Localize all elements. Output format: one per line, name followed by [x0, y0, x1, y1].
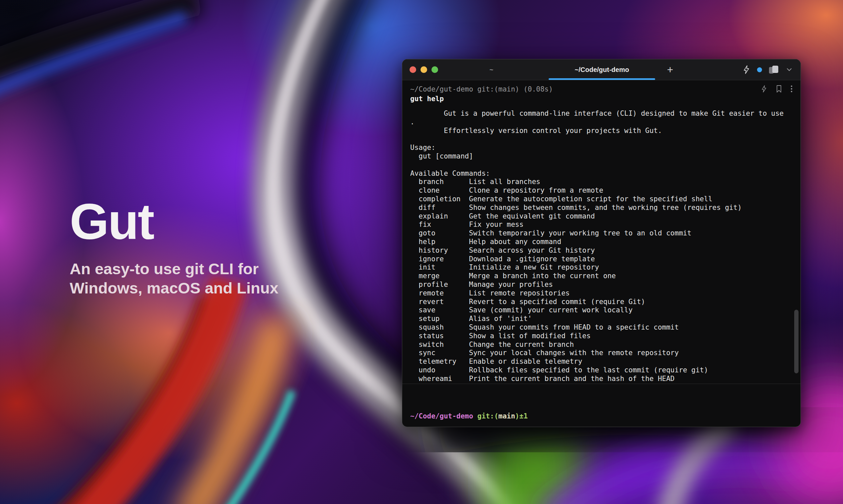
new-tab-button[interactable]: + — [663, 59, 678, 80]
command-row: fixFix your mess — [410, 220, 793, 229]
kebab-menu-icon[interactable] — [791, 85, 793, 93]
output-line: Effortlessly version control your projec… — [410, 127, 793, 135]
command-row: helpHelp about any command — [410, 238, 793, 246]
terminal-window: ~ ~/Code/gut-demo + ~/Code/gut-demo git:… — [402, 59, 801, 427]
command-row: initInitialize a new Git repository — [410, 263, 793, 272]
command-name: save — [418, 306, 469, 315]
scrollbar-thumb[interactable] — [794, 310, 798, 373]
command-description: Alias of 'init' — [469, 315, 532, 323]
command-description: List remote repositories — [469, 289, 569, 298]
commands-label: Available Commands: — [410, 169, 793, 178]
command-row: explainGet the equivalent git command — [410, 212, 793, 221]
block-context: ~/Code/gut-demo git:(main) (0.08s) — [410, 85, 793, 93]
command-name: sync — [418, 349, 469, 357]
command-name: history — [418, 246, 469, 255]
command-row: mergeMerge a branch into the current one — [410, 272, 793, 281]
command-description: Clone a repository from a remote — [469, 186, 603, 195]
command-description: Print the current branch and the hash of… — [469, 375, 675, 383]
command-name: revert — [418, 298, 469, 306]
command-row: switchChange the current branch — [410, 341, 793, 349]
hero-title: Gut — [70, 196, 355, 247]
output-line: . — [410, 118, 793, 127]
command-description: Change the current branch — [469, 341, 574, 349]
command-name: telemetry — [418, 357, 469, 366]
command-row: gotoSwitch temporarily your working tree… — [410, 229, 793, 238]
intro-lines: Gut is a powerful command-line interface… — [410, 109, 793, 135]
command-row: branchList all branches — [410, 178, 793, 186]
command-name: squash — [418, 323, 469, 332]
command-output: Gut is a powerful command-line interface… — [402, 107, 801, 384]
command-row: profileManage your profiles — [410, 281, 793, 289]
command-name: clone — [418, 186, 469, 195]
prompt-block[interactable]: ~/Code/gut-demo git:(main)±1 — [402, 384, 801, 427]
lightning-icon[interactable] — [742, 65, 751, 74]
command-name: merge — [418, 272, 469, 281]
command-description: Get the equivalent git command — [469, 212, 595, 221]
command-row: squashSquash your commits from HEAD to a… — [410, 323, 793, 332]
command-name: remote — [418, 289, 469, 298]
command-name: switch — [418, 341, 469, 349]
command-row: saveSave (commit) your current work loca… — [410, 306, 793, 315]
traffic-lights — [410, 59, 438, 80]
command-description: Show a list of modified files — [469, 332, 591, 341]
command-description: Sync your local changes with the remote … — [469, 349, 679, 357]
prompt-line: ~/Code/gut-demo git:(main)±1 — [410, 412, 793, 420]
command-description: Squash your commits from HEAD to a speci… — [469, 323, 679, 332]
command-name: explain — [418, 212, 469, 221]
command-row: diffShow changes between commits, and th… — [410, 203, 793, 212]
prompt-path: ~/Code/gut-demo — [410, 412, 473, 420]
command-name: diff — [418, 203, 469, 212]
command-name: setup — [418, 315, 469, 323]
panes-icon[interactable] — [769, 65, 780, 74]
bookmark-icon[interactable] — [776, 85, 782, 93]
command-description: Download a .gitignore template — [469, 255, 595, 264]
command-row: cloneClone a repository from a remote — [410, 186, 793, 195]
command-row: telemetryEnable or disable telemetry — [410, 357, 793, 366]
command-name: help — [418, 238, 469, 246]
command-row: historySearch across your Git history — [410, 246, 793, 255]
blank-line — [410, 135, 793, 144]
command-row: undoRollback files specified to the last… — [410, 366, 793, 375]
tab-home-label: ~ — [489, 66, 494, 74]
minimize-window-button[interactable] — [420, 66, 427, 73]
command-description: Help about any command — [469, 238, 561, 246]
lightning-icon[interactable] — [761, 85, 767, 93]
command-description: Initialize a new Git repository — [469, 263, 599, 272]
command-name: profile — [418, 281, 469, 289]
usage-value: gut [command] — [410, 152, 793, 161]
titlebar-actions — [742, 59, 792, 80]
command-description: List all branches — [469, 178, 540, 186]
command-description: Enable or disable telemetry — [469, 357, 582, 366]
command-row: remoteList remote repositories — [410, 289, 793, 298]
command-row: ignoreDownload a .gitignore template — [410, 255, 793, 264]
command-row: revertRevert to a specified commit (requ… — [410, 298, 793, 306]
command-block-header: ~/Code/gut-demo git:(main) (0.08s) gut h… — [402, 80, 801, 104]
block-actions — [761, 85, 793, 93]
tab-home[interactable]: ~ — [436, 59, 547, 80]
command-description: Show changes between commits, and the wo… — [469, 203, 742, 212]
command-row: syncSync your local changes with the rem… — [410, 349, 793, 357]
hero-section: Gut An easy-to use git CLI for Windows, … — [70, 196, 355, 298]
prompt-branch: main — [499, 412, 515, 420]
active-tab-indicator — [549, 78, 655, 80]
command-description: Search across your Git history — [469, 246, 595, 255]
command-name: ignore — [418, 255, 469, 264]
command-list: branchList all branchescloneClone a repo… — [410, 178, 793, 383]
command-name: undo — [418, 366, 469, 375]
command-name: branch — [418, 178, 469, 186]
terminal-titlebar: ~ ~/Code/gut-demo + — [402, 59, 801, 80]
command-row: statusShow a list of modified files — [410, 332, 793, 341]
command-name: fix — [418, 220, 469, 229]
block-command: gut help — [410, 94, 793, 104]
command-description: Merge a branch into the current one — [469, 272, 616, 281]
tab-gut-demo[interactable]: ~/Code/gut-demo — [547, 59, 657, 80]
command-row: completionGenerate the autocompletion sc… — [410, 195, 793, 203]
command-name: goto — [418, 229, 469, 238]
close-window-button[interactable] — [410, 66, 416, 73]
usage-label: Usage: — [410, 144, 793, 152]
tab-bar: ~ ~/Code/gut-demo + — [436, 59, 678, 80]
command-description: Manage your profiles — [469, 281, 553, 289]
chevron-down-icon[interactable] — [787, 68, 792, 71]
command-description: Revert to a specified commit (require Gi… — [469, 298, 645, 306]
command-description: Save (commit) your current work locally — [469, 306, 633, 315]
